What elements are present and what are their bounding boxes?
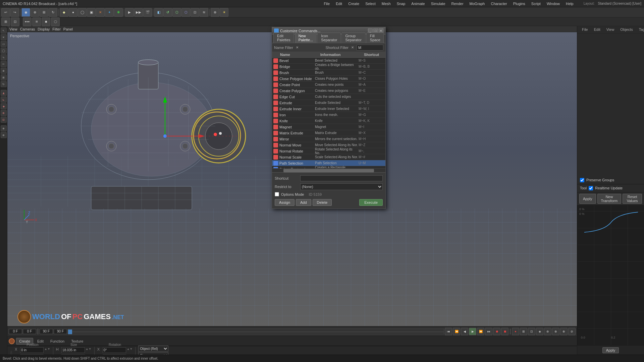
geo-btn6[interactable]: ≋ [200, 8, 208, 17]
redo-btn[interactable]: ↪ [10, 8, 19, 17]
menu-simulate[interactable]: Simulate [428, 1, 448, 6]
rot-x-field[interactable] [103, 347, 126, 353]
prev-frame-btn[interactable]: ⏪ [453, 328, 460, 335]
new-obj-btn[interactable]: ◆ [60, 8, 68, 17]
realtime-update-label[interactable]: Realtime Update [595, 186, 623, 190]
tool-cross[interactable]: ✕ [1, 34, 7, 40]
menu-character[interactable]: Character [488, 1, 509, 6]
shortcut-filter-input[interactable] [357, 45, 383, 51]
menu-plugins[interactable]: Plugins [511, 1, 528, 6]
assign-btn[interactable]: Assign [275, 199, 294, 206]
objects-menu-right[interactable]: Objects [618, 27, 635, 33]
menu-script[interactable]: Script [529, 1, 543, 6]
obj-btn6[interactable]: ✦ [105, 8, 114, 17]
fill-space-tab[interactable]: Fill Space [366, 33, 384, 43]
size-y-field[interactable] [61, 354, 85, 355]
realtime-update-checkbox[interactable] [589, 186, 593, 190]
frame-end-input[interactable] [40, 329, 53, 334]
frame-current-input[interactable] [23, 329, 36, 334]
tool-extra2[interactable]: ⊗ [1, 132, 7, 138]
light-btn[interactable]: ☀ [220, 8, 228, 17]
tool-scale[interactable]: ⊞ [1, 74, 7, 80]
add-btn[interactable]: Add [296, 199, 311, 206]
render-btn2[interactable]: ▶▶ [134, 8, 143, 17]
tool-mode-pts[interactable]: ●●● [23, 17, 32, 26]
anim-btn4[interactable]: ◈ [536, 328, 543, 335]
menu-select[interactable]: Select [363, 1, 378, 6]
file-menu-right[interactable]: File [579, 27, 591, 33]
delete-btn[interactable]: Delete [313, 199, 332, 206]
name-filter-clear[interactable]: ✕ [296, 46, 299, 49]
command-row-8[interactable]: Extrude InnerExtrude Inner SelectedM~W, … [272, 106, 385, 112]
rot-x-stepper[interactable]: ▲▼ [127, 347, 133, 353]
geo-btn3[interactable]: ⬡ [172, 8, 181, 17]
tool-spline[interactable]: ∿ [1, 54, 7, 60]
command-row-7[interactable]: ExtrudeExtrude SelectedM~T, D [272, 100, 385, 106]
material-preview[interactable] [9, 338, 15, 344]
size-x-field[interactable] [61, 347, 85, 353]
menu-help[interactable]: Help [563, 1, 576, 6]
rotate-btn[interactable]: ↻ [49, 8, 57, 17]
command-row-9[interactable]: IronIrons the mesh.M~G [272, 112, 385, 118]
obj-btn5[interactable]: ✕ [96, 8, 105, 17]
options-mode-checkbox[interactable] [275, 192, 279, 196]
apply-transform-btn[interactable]: Apply [579, 194, 596, 204]
anim-btn7[interactable]: ⊕ [560, 328, 568, 335]
menu-mesh[interactable]: Mesh [379, 1, 393, 6]
anim-btn2[interactable]: ⊞ [520, 328, 527, 335]
play-btn[interactable]: ▶ [469, 328, 476, 335]
cameras-menu[interactable]: Cameras [20, 27, 35, 31]
tool-circle[interactable]: ◯ [1, 48, 7, 54]
anim-btn8[interactable]: ⊘ [568, 328, 576, 335]
dialog-scrollbar[interactable] [272, 168, 385, 172]
tool-extra1[interactable]: ⊕ [1, 125, 7, 131]
obj-btn3[interactable]: ◯ [78, 8, 87, 17]
stop-btn[interactable]: ⏹ [501, 328, 508, 335]
go-start-btn[interactable]: ⏮ [445, 328, 452, 335]
move-btn[interactable]: ⊕ [31, 8, 39, 17]
tool-mesh5[interactable]: ⊡ [1, 117, 7, 123]
menu-edit[interactable]: Edit [333, 1, 345, 6]
display-menu[interactable]: Display [38, 27, 50, 31]
play-back-btn[interactable]: ◀ [461, 328, 468, 335]
frame-start-input[interactable] [9, 329, 22, 334]
options-mode-label[interactable]: Options Mode [281, 192, 304, 196]
render-btn3[interactable]: 🎬 [143, 8, 152, 17]
shortcut-filter-clear[interactable]: ✕ [351, 46, 354, 49]
tool-knife[interactable]: ✂ [1, 61, 7, 67]
anim-btn3[interactable]: ⊡ [528, 328, 535, 335]
select-btn[interactable]: ◉ [21, 8, 30, 17]
rot-y-field[interactable] [103, 354, 126, 355]
geo-btn4[interactable]: ⬡ [181, 8, 190, 17]
command-row-5[interactable]: Create PolygonCreates new polygonsM~E [272, 88, 385, 94]
command-row-2[interactable]: BrushBrushM~C [272, 70, 385, 76]
command-row-12[interactable]: Matrix ExtrudeMatrix ExtrudeM~X [272, 130, 385, 136]
menu-animate[interactable]: Animate [409, 1, 427, 6]
command-row-1[interactable]: BridgeCreates a Bridge between ob.M~B, B [272, 64, 385, 70]
view-menu-right[interactable]: View [604, 27, 617, 33]
tool-move[interactable]: ⊕ [1, 68, 7, 74]
pos-x-field[interactable] [20, 347, 44, 353]
edit-palettes-tab[interactable]: Edit Palettes [273, 33, 294, 43]
next-frame-btn[interactable]: ⏩ [477, 328, 484, 335]
go-end-btn[interactable]: ⏭ [485, 328, 492, 335]
restrict-select[interactable]: (None) [300, 183, 383, 190]
preserve-groups-checkbox[interactable] [580, 178, 584, 182]
scale-btn[interactable]: ⊞ [40, 8, 48, 17]
menu-snap[interactable]: Snap [394, 1, 408, 6]
tool-mode-obj[interactable]: ◯ [51, 17, 60, 26]
tool-pointer[interactable]: ↖ [1, 27, 7, 34]
view-btn[interactable]: ⊞ [1, 17, 10, 26]
shortcut-field[interactable] [300, 175, 383, 181]
new-transform-btn[interactable]: New Transform [597, 194, 622, 204]
undo-btn[interactable]: ↩ [1, 8, 10, 17]
tool-box[interactable]: ▭ [1, 41, 7, 47]
pos-y-field[interactable] [20, 354, 44, 355]
size-y-stepper[interactable]: ▲▼ [86, 354, 92, 355]
tool-mode-edge[interactable]: ⊞ [32, 17, 41, 26]
group-separator-tab[interactable]: Group Separator [341, 33, 365, 43]
tool-rotate[interactable]: ↻ [1, 81, 7, 87]
size-x-stepper[interactable]: ▲▼ [86, 347, 92, 353]
command-row-3[interactable]: Close Polygon HoleCloses Polygon HolesM~… [272, 76, 385, 82]
obj-btn7[interactable]: ❋ [114, 8, 123, 17]
